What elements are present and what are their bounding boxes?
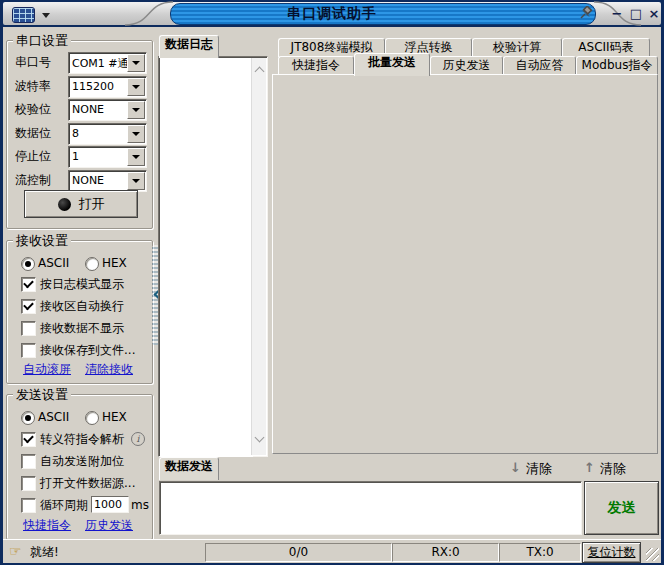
databits-dropdown-icon[interactable] — [127, 125, 145, 143]
stopbits-dropdown-icon[interactable] — [127, 148, 145, 166]
log-textarea[interactable] — [160, 58, 253, 457]
pin-icon[interactable] — [578, 6, 594, 22]
window-title: 串口调试助手 — [0, 5, 664, 23]
status-progress: 0/0 — [205, 543, 392, 562]
auto-scroll-link[interactable]: 自动滚屏 — [23, 361, 71, 378]
data-log-panel — [158, 56, 268, 457]
receive-ascii-radio[interactable] — [21, 257, 35, 271]
status-ready-text: 就绪! — [30, 544, 59, 561]
cycle-checkbox[interactable] — [21, 498, 36, 513]
ready-hand-icon: ☞ — [9, 543, 22, 559]
escape-parse-checkbox[interactable] — [21, 432, 36, 447]
receive-settings-group: 接收设置 ASCII HEX 按日志模式显示 接收区自动换行 接收数据不显示 接… — [6, 240, 153, 384]
tab-modbus[interactable]: Modbus指令 — [576, 56, 658, 75]
file-source-label: 打开文件数据源... — [40, 476, 135, 491]
port-label: 串口号 — [15, 55, 51, 70]
receive-ascii-label: ASCII — [38, 256, 69, 271]
send-button[interactable]: 发送 — [584, 481, 659, 535]
save-to-file-label: 接收保存到文件... — [40, 343, 135, 358]
send-button-label: 发送 — [608, 499, 636, 517]
clear-send-arrow-icon: ↑ — [584, 460, 595, 475]
reset-count-button[interactable]: 复位计数 — [582, 542, 641, 563]
baud-dropdown-icon[interactable] — [127, 78, 145, 96]
hide-received-label: 接收数据不显示 — [40, 321, 124, 336]
tab-checksum[interactable]: 校验计算 — [472, 38, 562, 57]
tab-send-history[interactable]: 历史发送 — [430, 56, 503, 75]
auto-append-label: 自动发送附加位 — [40, 454, 124, 469]
databits-value: 8 — [72, 127, 128, 140]
receive-hex-label: HEX — [102, 256, 127, 271]
log-mode-label: 按日志模式显示 — [40, 277, 124, 292]
port-combobox[interactable]: COM1 #通信 — [68, 52, 147, 74]
tab-ascii-table[interactable]: ASCII码表 — [562, 38, 650, 57]
parity-dropdown-icon[interactable] — [127, 101, 145, 119]
baud-label: 波特率 — [15, 79, 51, 94]
send-settings-title: 发送设置 — [13, 386, 71, 404]
port-value: COM1 #通信 — [72, 56, 128, 71]
cycle-unit-label: ms — [131, 498, 149, 513]
flowctrl-label: 流控制 — [15, 173, 51, 188]
send-textarea[interactable] — [161, 483, 578, 533]
save-to-file-checkbox[interactable] — [21, 343, 36, 358]
reset-count-label: 复位计数 — [588, 544, 636, 561]
clear-receive-label[interactable]: 清除 — [526, 461, 552, 476]
serial-settings-group: 串口设置 串口号 COM1 #通信 波特率 115200 校验位 NONE 数据… — [6, 40, 153, 229]
quick-commands-link[interactable]: 快捷指令 — [23, 517, 71, 534]
escape-parse-label: 转义符指令解析 — [40, 432, 124, 447]
stopbits-label: 停止位 — [15, 149, 51, 164]
send-hex-label: HEX — [102, 410, 127, 425]
tab-data-send[interactable]: 数据发送 — [159, 457, 219, 480]
cycle-label: 循环周期 — [40, 498, 88, 513]
send-ascii-radio[interactable] — [21, 411, 35, 425]
parity-combobox[interactable]: NONE — [68, 99, 147, 121]
tab-auto-reply[interactable]: 自动应答 — [503, 56, 576, 75]
resize-grip-icon[interactable] — [646, 548, 659, 561]
status-tx: TX:0 — [499, 543, 581, 562]
baud-combobox[interactable]: 115200 — [68, 76, 147, 98]
file-source-checkbox[interactable] — [21, 476, 36, 491]
port-dropdown-icon[interactable] — [127, 54, 145, 72]
open-indicator-icon — [58, 198, 71, 211]
stopbits-combobox[interactable]: 1 — [68, 146, 147, 168]
batch-send-page — [272, 74, 658, 454]
open-port-label: 打开 — [79, 195, 105, 213]
send-input-panel — [159, 481, 582, 535]
scroll-up-icon[interactable] — [255, 67, 265, 77]
auto-append-checkbox[interactable] — [21, 454, 36, 469]
parity-label: 校验位 — [15, 102, 51, 117]
flowctrl-value: NONE — [72, 174, 128, 187]
app-window: 串口调试助手 − □ × 串口设置 串口号 COM1 #通信 波特率 11520… — [0, 0, 664, 565]
log-mode-checkbox[interactable] — [21, 277, 36, 292]
close-button[interactable]: × — [646, 5, 662, 22]
tab-data-log[interactable]: 数据日志 — [159, 35, 219, 58]
auto-wrap-checkbox[interactable] — [21, 299, 36, 314]
minimize-button[interactable]: − — [609, 5, 625, 22]
flowctrl-dropdown-icon[interactable] — [127, 172, 145, 190]
parity-value: NONE — [72, 103, 128, 116]
receive-hex-radio[interactable] — [85, 257, 99, 271]
scroll-down-icon[interactable] — [255, 433, 265, 443]
send-ascii-label: ASCII — [38, 410, 69, 425]
maximize-button[interactable]: □ — [628, 5, 644, 22]
serial-settings-title: 串口设置 — [13, 32, 71, 50]
send-hex-radio[interactable] — [85, 411, 99, 425]
cycle-period-input[interactable] — [91, 496, 129, 513]
databits-combobox[interactable]: 8 — [68, 123, 147, 145]
tab-quick-commands[interactable]: 快捷指令 — [278, 56, 354, 75]
log-scrollbar[interactable] — [251, 58, 266, 455]
hide-received-checkbox[interactable] — [21, 321, 36, 336]
clear-send-label[interactable]: 清除 — [600, 461, 626, 476]
flowctrl-combobox[interactable]: NONE — [68, 170, 147, 192]
send-history-link[interactable]: 历史发送 — [85, 517, 133, 534]
open-port-button[interactable]: 打开 — [24, 190, 138, 218]
tab-batch-send[interactable]: 批量发送 — [354, 53, 430, 76]
send-settings-group: 发送设置 ASCII HEX 转义符指令解析 i 自动发送附加位 打开文件数据源… — [6, 394, 153, 540]
stopbits-value: 1 — [72, 150, 128, 163]
receive-settings-title: 接收设置 — [13, 232, 71, 250]
auto-wrap-label: 接收区自动换行 — [40, 299, 124, 314]
clear-receive-arrow-icon: ↓ — [510, 460, 521, 475]
clear-receive-link[interactable]: 清除接收 — [85, 361, 133, 378]
databits-label: 数据位 — [15, 126, 51, 141]
info-icon[interactable]: i — [131, 432, 145, 446]
baud-value: 115200 — [72, 80, 128, 93]
